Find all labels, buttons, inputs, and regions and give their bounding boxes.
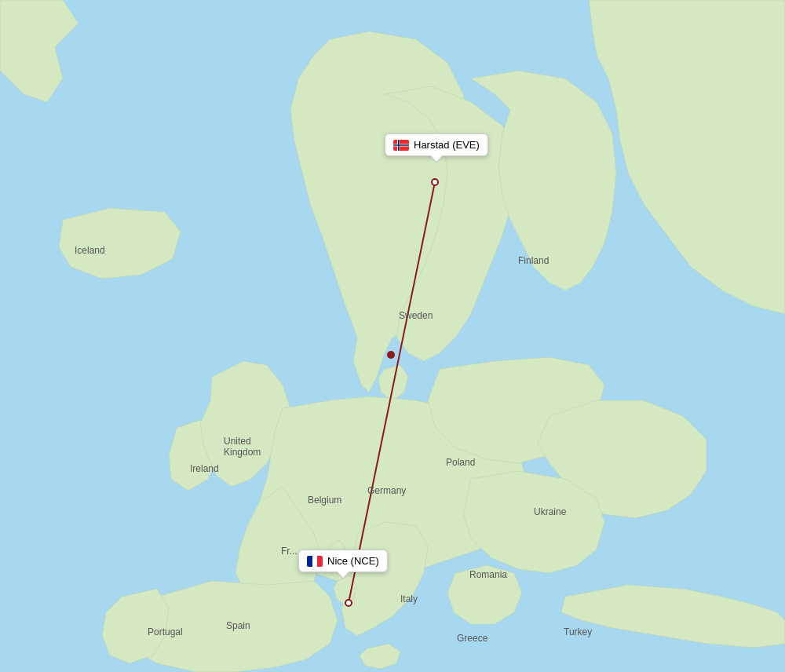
harstad-dot [431, 178, 439, 186]
svg-rect-7 [312, 556, 317, 567]
norway-flag [393, 140, 409, 151]
france-flag [307, 556, 323, 567]
nice-dot [345, 599, 352, 607]
svg-rect-6 [307, 556, 312, 567]
svg-rect-8 [317, 556, 323, 567]
harstad-label: Harstad (EVE) [414, 139, 480, 151]
harstad-popup: Harstad (EVE) [385, 133, 488, 156]
nice-popup: Nice (NCE) [298, 550, 388, 572]
map-svg [0, 0, 785, 672]
map-container: Harstad (EVE) Nice (NCE) Iceland Finland… [0, 0, 785, 672]
nice-label: Nice (NCE) [327, 555, 379, 567]
route-midpoint-dot [387, 351, 395, 359]
svg-rect-5 [393, 144, 409, 146]
